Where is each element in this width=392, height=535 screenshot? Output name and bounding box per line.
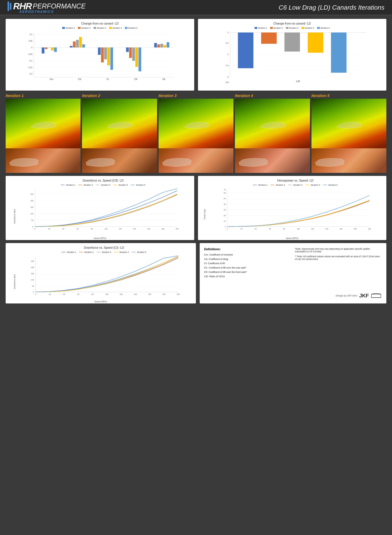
svg-rect-30 — [82, 44, 85, 47]
svg-rect-40 — [138, 47, 141, 71]
legend-iter1-label: Iteration 1 — [66, 27, 75, 29]
legend-iter1-color — [62, 27, 65, 29]
svg-text:50: 50 — [32, 285, 34, 287]
iteration-5-col: Iteration 5 — [312, 94, 386, 173]
svg-text:80: 80 — [283, 228, 285, 230]
legend-iter3: Iteration 3 — [93, 27, 106, 29]
iteration-2-top-image — [82, 99, 157, 148]
iteration-2-label: Iteration 2 — [82, 94, 157, 98]
svg-rect-61 — [284, 33, 300, 52]
iteration-5-bottom-image — [312, 148, 386, 173]
bottom-row: Downforce vs. Speed (Cl)- LD Iteration 1… — [6, 243, 386, 303]
svg-rect-22 — [45, 47, 47, 49]
svg-rect-32 — [101, 47, 104, 62]
definitions-box: Definitions: Cm- Coefficent of moment Cd… — [200, 243, 387, 303]
svg-text:150: 150 — [30, 206, 33, 208]
svg-text:40: 40 — [255, 228, 257, 230]
downforce-cl-svg: 0 50 100 150 200 250 0 20 40 60 80 100 1… — [15, 255, 193, 298]
svg-rect-21 — [42, 47, 44, 53]
car-cfd-1 — [25, 113, 61, 134]
svg-text:-1: -1 — [227, 53, 229, 56]
charts-row-1: Change from no canard- LD Iteration 1 It… — [6, 19, 386, 90]
svg-rect-37 — [129, 47, 132, 58]
images-row: Iteration 1 Iteration 2 — [6, 94, 386, 173]
legend-iter2-color — [78, 27, 80, 29]
logo-stripes — [8, 1, 11, 11]
legend-iter5: Iteration 5 — [125, 27, 137, 29]
chart2-legend: Iteration 1 Iteration 2 Iteration 3 Iter… — [201, 27, 383, 29]
legend-iter3-color — [93, 27, 96, 29]
car-bottom-4 — [235, 148, 273, 173]
svg-rect-33 — [104, 47, 107, 59]
svg-rect-62 — [308, 33, 323, 53]
svg-text:120: 120 — [119, 228, 122, 230]
svg-text:160: 160 — [148, 293, 151, 295]
downforce-clf-legend: Iteration 1 Iteration 2 Iteration 3 Iter… — [15, 184, 191, 186]
car-cfd-2 — [102, 113, 137, 134]
svg-rect-44 — [163, 45, 166, 47]
svg-text:50: 50 — [224, 198, 225, 199]
svg-text:80: 80 — [91, 228, 93, 230]
svg-text:-0.15: -0.15 — [28, 66, 33, 68]
svg-text:200: 200 — [31, 266, 34, 268]
page-title: C6 Low Drag (LD) Canards Iterations — [279, 4, 384, 11]
svg-text:200: 200 — [176, 228, 179, 230]
svg-text:Cl: Cl — [107, 78, 109, 80]
chart1-legend: Iteration 1 Iteration 2 Iteration 3 Iter… — [9, 27, 191, 29]
svg-rect-34 — [107, 47, 110, 65]
svg-text:200: 200 — [177, 293, 180, 295]
svg-text:0: 0 — [34, 228, 35, 230]
legend-iter1: Iteration 1 — [62, 27, 75, 29]
def-note-2: ** Note: All coefficient values values a… — [295, 255, 382, 260]
svg-text:160: 160 — [147, 228, 150, 230]
iteration-3-label: Iteration 3 — [159, 94, 233, 98]
downforce-y-label: Downforce (lbs) — [13, 209, 16, 224]
legend-iter3-label: Iteration 3 — [97, 27, 106, 29]
def-clr: Clr- Coefficent of lift over the rear ax… — [204, 266, 291, 269]
svg-text:180: 180 — [163, 293, 166, 295]
svg-rect-27 — [73, 42, 76, 47]
line-charts-row: Downforce vs. Speed (Clf)- LD Iteration … — [6, 176, 386, 240]
svg-text:-0.2: -0.2 — [29, 73, 33, 75]
svg-text:60: 60 — [269, 228, 271, 230]
svg-text:40: 40 — [224, 203, 225, 205]
svg-text:20: 20 — [49, 293, 51, 295]
iteration-1-label: Iteration 1 — [6, 94, 80, 98]
svg-text:150: 150 — [31, 273, 34, 275]
svg-text:200: 200 — [368, 228, 371, 230]
legend-iter2: Iteration 2 — [78, 27, 90, 29]
svg-text:-0.05: -0.05 — [28, 53, 33, 55]
downforce-cl-chart: Downforce vs. Speed (Cl)- LD Iteration 1… — [6, 243, 196, 303]
logo-aerodynamics: AERODYNAMICS — [19, 10, 54, 14]
jkf-footer: Design by JKF Aero JKF — [295, 292, 382, 299]
bar-chart-2: Change from no canard- LD Iteration 1 It… — [198, 19, 387, 90]
iteration-4-bottom-image — [235, 148, 310, 173]
svg-text:140: 140 — [325, 228, 328, 230]
svg-text:-2.5: -2.5 — [225, 81, 229, 83]
svg-text:100: 100 — [30, 213, 33, 215]
svg-text:250: 250 — [30, 193, 33, 195]
svg-text:40: 40 — [62, 228, 64, 230]
svg-text:Cd: Cd — [78, 78, 81, 80]
logo-area: RHR PERFORMANCE AERODYNAMICS — [8, 1, 86, 14]
svg-text:160: 160 — [339, 228, 342, 230]
horsepower-y-label: Power (hp) — [203, 209, 205, 219]
bar-chart-2-title: Change from no canard- LD — [201, 22, 383, 25]
definitions-right: *Note: Approximate and may vary dependin… — [295, 248, 382, 299]
svg-text:140: 140 — [134, 293, 137, 295]
svg-text:140: 140 — [133, 228, 136, 230]
svg-rect-38 — [132, 47, 135, 61]
svg-rect-59 — [238, 33, 253, 68]
svg-rect-39 — [135, 47, 138, 67]
svg-rect-23 — [48, 47, 51, 47]
svg-text:250: 250 — [31, 260, 34, 262]
svg-rect-28 — [76, 40, 79, 47]
horsepower-svg: 0 10 20 30 40 50 60 70 0 20 40 60 80 100 — [207, 188, 383, 234]
def-clf: Clf- Coefficent of lift over the front a… — [204, 271, 291, 274]
svg-text:60: 60 — [77, 228, 79, 230]
legend-iter4: Iteration 4 — [109, 27, 122, 29]
def-cm: Cm- Coefficent of moment — [204, 253, 291, 256]
svg-rect-63 — [331, 33, 346, 73]
iteration-5-label: Iteration 5 — [312, 94, 386, 98]
car-cfd-3 — [178, 113, 214, 134]
